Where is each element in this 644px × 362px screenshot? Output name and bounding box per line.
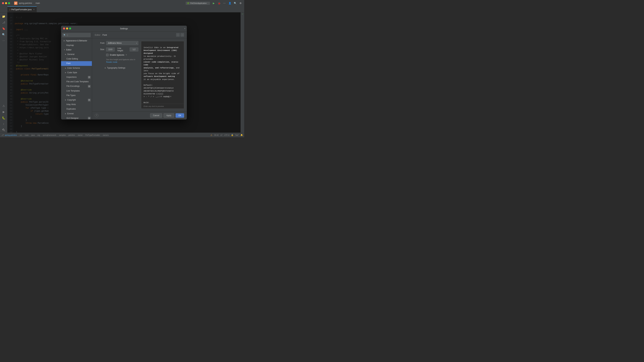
chevron-color-scheme: ▶ bbox=[65, 67, 66, 69]
cancel-button[interactable]: Cancel bbox=[150, 113, 162, 118]
status-src[interactable]: src bbox=[20, 134, 22, 136]
nav-item-appearance[interactable]: ▶ Appearance & Behavior bbox=[61, 38, 92, 43]
status-position[interactable]: 39:42 bbox=[214, 134, 219, 136]
status-org[interactable]: org bbox=[38, 134, 40, 136]
close-button[interactable] bbox=[2, 2, 4, 4]
breadcrumb: Editor › Font bbox=[95, 34, 107, 36]
status-indent[interactable]: LF bbox=[220, 134, 222, 136]
status-notifications-icon[interactable]: 🔔 bbox=[240, 134, 243, 136]
chevron-copyright: ▶ bbox=[65, 99, 66, 101]
nav-item-code-editing[interactable]: Code Editing bbox=[61, 57, 92, 61]
dialog-maximize-traffic[interactable] bbox=[69, 27, 71, 29]
font-settings-panel: Font: JetBrains Mono ▾ bbox=[95, 41, 138, 109]
status-owner[interactable]: owner bbox=[78, 134, 83, 136]
settings-main: Font: JetBrains Mono ▾ bbox=[92, 38, 187, 111]
encodings-badge: ⊞ bbox=[88, 85, 90, 88]
sidebar-icon-problems[interactable]: ⚠ bbox=[1, 103, 6, 108]
status-warn-icon[interactable]: ⚠ bbox=[210, 134, 212, 136]
reader-mode-link[interactable]: Reader mode bbox=[106, 61, 118, 63]
editor-area[interactable]: ... 16 17 18 26 27 28 29 30 31 32 33 34 … bbox=[8, 12, 240, 133]
status-java[interactable]: java bbox=[31, 134, 35, 136]
status-main[interactable]: main bbox=[25, 134, 29, 136]
breadcrumb-parent[interactable]: Editor bbox=[95, 34, 100, 36]
search-button[interactable]: 🔍 bbox=[234, 1, 237, 5]
dialog-close-traffic[interactable] bbox=[63, 27, 65, 29]
sidebar-icon-git2[interactable]: ↕ bbox=[1, 121, 6, 126]
sidebar-icon-project[interactable]: 📁 bbox=[1, 14, 6, 19]
app-name: PetClinicApplication bbox=[190, 2, 206, 4]
ligatures-checkbox[interactable] bbox=[106, 54, 108, 56]
minimize-button[interactable] bbox=[5, 2, 7, 4]
nav-forward-button[interactable]: › bbox=[180, 33, 184, 37]
settings-button[interactable]: ⚙ bbox=[239, 1, 242, 5]
tab-filename: PetTypeFormatter.java bbox=[12, 8, 32, 11]
nav-back-button[interactable]: ‹ bbox=[176, 33, 180, 37]
line-height-input[interactable] bbox=[130, 47, 138, 51]
preview-placeholder-text[interactable]: Enter any text to preview bbox=[141, 104, 184, 109]
ok-button[interactable]: OK bbox=[176, 113, 184, 118]
font-select[interactable]: JetBrains Mono bbox=[106, 41, 138, 45]
branch-name[interactable]: main bbox=[36, 2, 40, 4]
nav-item-keymap[interactable]: Keymap bbox=[61, 43, 92, 48]
status-tab[interactable]: Tab* bbox=[235, 134, 239, 136]
nav-item-code-style[interactable]: ▶ Code Style bbox=[61, 70, 92, 75]
nav-item-duplicates[interactable]: Duplicates bbox=[61, 107, 92, 111]
sidebar-icon-run[interactable]: ▶ bbox=[1, 109, 6, 114]
nav-item-gui-designer[interactable]: GUI Designer ⊞ bbox=[61, 116, 92, 119]
sidebar-icon-more[interactable]: ⋯ bbox=[1, 38, 6, 43]
run-config[interactable]: 🌿 PetClinicApplication ▾ bbox=[186, 2, 210, 5]
sidebar-icon-bookmarks[interactable]: 🔖 bbox=[1, 26, 6, 31]
sidebar-icon-debug[interactable]: 🐛 bbox=[1, 115, 6, 120]
preview-content[interactable]: IntelliJ IDEA is an Integrated Developme… bbox=[141, 41, 184, 104]
chevron-editor: ▼ bbox=[64, 49, 65, 51]
nav-item-color-scheme[interactable]: ▶ Color Scheme bbox=[61, 66, 92, 70]
nav-item-live-templates[interactable]: Live Templates bbox=[61, 89, 92, 93]
nav-item-file-templates[interactable]: File and Code Templates bbox=[61, 79, 92, 84]
tab-close-icon[interactable]: ✕ bbox=[33, 8, 34, 10]
dialog-overlay: Settings × 🔍 ▶ bbox=[8, 12, 240, 133]
typography-section[interactable]: ▶ Typography Settings bbox=[95, 67, 138, 69]
status-project[interactable]: spring-petclinic bbox=[5, 134, 17, 136]
more-button[interactable]: ⋯ bbox=[223, 1, 226, 5]
status-encoding[interactable]: UTF-8 bbox=[224, 134, 230, 136]
nav-item-general[interactable]: ▶ General bbox=[61, 52, 92, 57]
nav-item-emmet[interactable]: ▶ Emmet bbox=[61, 111, 92, 116]
status-samples[interactable]: samples bbox=[59, 134, 66, 136]
apply-button[interactable]: Apply bbox=[164, 113, 174, 118]
status-classname[interactable]: PetTypeFormatter bbox=[85, 134, 100, 136]
nav-item-file-encodings[interactable]: File Encodings ⊞ bbox=[61, 84, 92, 88]
nav-item-inlay-hints[interactable]: Inlay Hints bbox=[61, 102, 92, 107]
chevron-code-style: ▶ bbox=[65, 71, 66, 74]
settings-search-input[interactable] bbox=[62, 33, 90, 37]
dialog-body: 🔍 ▶ Appearance & Behavior Keymap bbox=[61, 32, 187, 119]
sidebar-icon-plugins[interactable]: 🔌 bbox=[1, 127, 6, 133]
size-input[interactable] bbox=[106, 47, 115, 51]
project-name[interactable]: spring-petclinic bbox=[19, 2, 32, 4]
nav-item-file-types[interactable]: File Types bbox=[61, 93, 92, 98]
right-sidebar-check: ✓ bbox=[241, 12, 244, 15]
dialog-close-button[interactable]: × bbox=[184, 27, 186, 30]
sidebar-icon-find[interactable]: 🔍 bbox=[1, 32, 6, 37]
settings-dialog: Settings × 🔍 ▶ bbox=[61, 26, 187, 119]
nav-item-editor[interactable]: ▼ Editor bbox=[61, 48, 92, 52]
profile-button[interactable]: 👤 bbox=[228, 1, 232, 5]
debug-button[interactable]: 🐞 bbox=[217, 1, 221, 5]
settings-content: Editor › Font ‹ › bbox=[92, 32, 187, 119]
status-member[interactable]: owners bbox=[103, 134, 109, 136]
file-tab-pettypeformatter[interactable]: J PetTypeFormatter.java ✕ bbox=[8, 6, 37, 12]
status-petclinic[interactable]: petclinic bbox=[68, 134, 75, 136]
sidebar-icon-git[interactable]: ⎇ bbox=[1, 20, 6, 25]
dialog-minimize-traffic[interactable] bbox=[66, 27, 68, 29]
status-lock-icon: 🔒 bbox=[231, 134, 234, 136]
nav-item-inspections[interactable]: Inspections ⊞ bbox=[61, 75, 92, 79]
nav-item-copyright[interactable]: ▶ Copyright ⊞ bbox=[61, 98, 92, 102]
nav-item-font[interactable]: Font bbox=[61, 61, 92, 66]
font-row: Font: JetBrains Mono ▾ bbox=[95, 41, 138, 45]
help-button[interactable]: ? bbox=[95, 114, 98, 117]
maximize-button[interactable] bbox=[8, 2, 10, 4]
right-sidebar: ✓ bbox=[240, 12, 244, 133]
breadcrumb-current: Font bbox=[102, 34, 107, 36]
status-springframework[interactable]: springframework bbox=[42, 134, 56, 136]
ligatures-help-icon[interactable]: ? bbox=[126, 54, 127, 56]
run-button[interactable]: ▶ bbox=[212, 1, 215, 5]
